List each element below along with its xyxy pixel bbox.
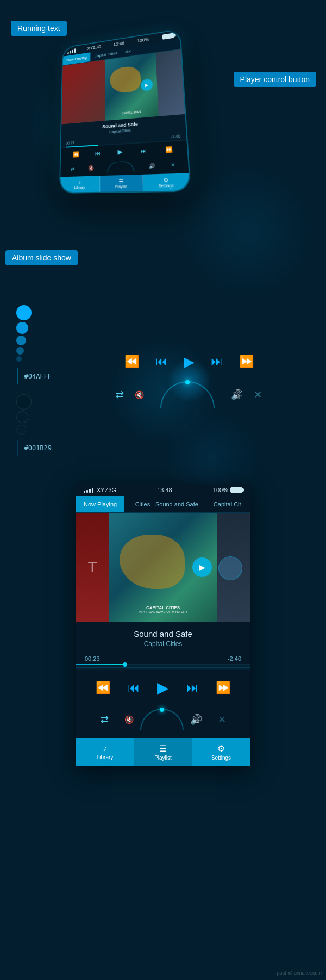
color-label-blue-row: #04AFFF <box>17 368 52 384</box>
fp-tab-artist[interactable]: Capital Cit <box>206 496 249 512</box>
fp-rewind-button[interactable]: ⏪ <box>96 681 110 695</box>
fp-nav-library[interactable]: ♪ Library <box>76 738 134 766</box>
main-controls-row: ⏪ ⏮ ▶ ⏭ ⏩ <box>124 353 254 370</box>
fp-main-controls: ⏪ ⏮ ▶ ⏭ ⏩ <box>76 670 250 705</box>
play-button[interactable]: ▶ <box>118 148 123 156</box>
fp-vol-mute-button[interactable]: 🔇 <box>124 715 134 724</box>
color-hex-blue: #04AFFF <box>24 373 52 380</box>
fp-nav-tabs: ♪ Library ☰ Playlist ⚙ Settings <box>76 738 250 766</box>
fp-progress-bar[interactable] <box>76 664 250 665</box>
prev-ctrl[interactable]: ⏮ <box>155 356 167 368</box>
signal-icon <box>67 48 76 54</box>
rewind-ctrl[interactable]: ⏪ <box>124 356 139 368</box>
next-button[interactable]: ⏭ <box>141 147 147 154</box>
repeat-button[interactable]: ⇄ <box>71 166 74 171</box>
fp-arc-dot <box>160 708 164 712</box>
fp-tab-bar: Now Playing l Cities - Sound and Safe Ca… <box>76 496 250 513</box>
nav-playlist[interactable]: ☰ Playlist <box>100 175 143 192</box>
fp-status-bar: XYZ3G 13:48 100% <box>76 484 250 496</box>
fp-ffwd-button[interactable]: ⏩ <box>216 681 230 695</box>
fp-battery-pct: 100% <box>213 487 228 493</box>
fp-shuffle-button[interactable]: ✕ <box>218 714 226 725</box>
fp-play-overlay-button[interactable]: ▶ <box>192 557 212 577</box>
album-prev[interactable] <box>61 60 105 124</box>
color-label-dark-row: #001B29 <box>17 440 52 456</box>
fp-nav-settings[interactable]: ⚙ Settings <box>192 738 250 766</box>
swatch-dark-3 <box>16 425 26 435</box>
color-hex-dark: #001B29 <box>24 444 52 452</box>
repeat-ctrl[interactable]: ⇄ <box>116 389 124 401</box>
play-ctrl[interactable]: ▶ <box>184 353 195 370</box>
phone-body: XYZ3G 13:48 100% Now Playing Capital Cit… <box>59 29 191 194</box>
fp-song-section: Sound and Safe Capital Cities <box>76 622 250 652</box>
fp-time-row: 00:23 -2.40 <box>76 652 250 664</box>
fp-secondary-controls: ⇄ 🔇 🔊 ✕ <box>76 705 250 738</box>
swatch-blue-3 <box>16 336 26 345</box>
fp-progress-handle[interactable] <box>123 662 127 667</box>
fp-time: 13:48 <box>157 487 172 493</box>
fp-prev-button[interactable]: ⏮ <box>128 681 140 695</box>
fp-arc <box>140 709 184 730</box>
vol-mute-ctrl[interactable]: 🔇 <box>135 390 144 399</box>
fp-play-button[interactable]: ▶ <box>157 679 169 697</box>
full-phone-body: XYZ3G 13:48 100% Now Playing l Cities - … <box>76 484 250 766</box>
vol-high-ctrl[interactable]: 🔊 <box>231 389 243 401</box>
mute-button[interactable]: 🔇 <box>88 165 93 171</box>
full-phone-section: XYZ3G 13:48 100% Now Playing l Cities - … <box>76 484 250 766</box>
album-slideshow-annotation: Album slide show <box>5 250 78 265</box>
swatch-dark-1 <box>16 394 32 410</box>
swatch-dark-2 <box>16 411 28 423</box>
fp-song-title: Sound and Safe <box>85 629 241 638</box>
fp-signal-icon <box>84 488 93 493</box>
blue-swatches <box>16 305 32 362</box>
volume-arc <box>107 161 134 173</box>
vol-high-button[interactable]: 🔊 <box>149 163 155 169</box>
shuffle-button[interactable]: ✕ <box>171 162 175 168</box>
prev-button[interactable]: ⏮ <box>96 150 101 156</box>
library-icon: ♪ <box>78 743 131 753</box>
album-current[interactable]: ▶ <box>105 53 159 121</box>
swatch-blue-2 <box>16 322 28 334</box>
fp-tab-song[interactable]: l Cities - Sound and Safe <box>124 496 206 512</box>
nav-settings[interactable]: ⚙ Settings <box>143 173 190 191</box>
fp-carrier: XYZ3G <box>97 487 116 493</box>
fp-volume-control: 🔇 🔊 <box>124 709 202 730</box>
swatch-row-1 <box>16 305 32 320</box>
nav-tab-bar: ♪ Library ☰ Playlist ⚙ Settings <box>60 173 190 192</box>
nav-library[interactable]: ♪ Library <box>60 176 101 193</box>
fp-volume-bubble <box>218 556 242 580</box>
dark-swatches <box>16 394 32 435</box>
album-next[interactable] <box>155 49 185 116</box>
fp-song-artist: Capital Cities <box>85 640 241 648</box>
volume-arc-ctrl <box>160 381 215 408</box>
shuffle-ctrl[interactable]: ✕ <box>254 389 262 401</box>
fp-nav-playlist-label: Playlist <box>154 755 172 761</box>
rewind-button[interactable]: ⏪ <box>73 151 79 157</box>
ffwd-ctrl[interactable]: ⏩ <box>239 356 254 368</box>
swatch-blue-1 <box>16 305 32 320</box>
fast-forward-button[interactable]: ⏩ <box>165 146 172 152</box>
fp-album-title: CAPITAL CITIES IN A TIDAL WAVE OF MYSTER… <box>139 605 187 613</box>
fp-vol-high-button[interactable]: 🔊 <box>190 714 202 725</box>
fp-time-current: 00:23 <box>85 655 100 662</box>
fp-battery-icon <box>230 487 242 493</box>
fp-nav-library-label: Library <box>97 754 114 760</box>
annotated-phone-section: Running text Player control button Album… <box>0 0 326 315</box>
phone-mockup-tilted: XYZ3G 13:48 100% Now Playing Capital Cit… <box>59 29 191 194</box>
color-palette: #04AFFF #001B29 <box>16 305 52 456</box>
secondary-controls-row: ⇄ 🔇 🔊 ✕ <box>116 381 262 408</box>
fp-nav-settings-label: Settings <box>211 755 231 761</box>
controls-palette-section: #04AFFF #001B29 ⏪ ⏮ ▶ ⏭ ⏩ ⇄ 🔇 <box>0 315 326 446</box>
fp-tab-now-playing[interactable]: Now Playing <box>76 496 124 512</box>
fp-album-prev[interactable]: T <box>76 513 109 622</box>
time-label: 13:48 <box>113 40 124 47</box>
next-ctrl[interactable]: ⏭ <box>211 356 223 368</box>
battery-icon <box>162 33 174 40</box>
fp-time-remaining: -2.40 <box>228 655 241 662</box>
playlist-icon: ☰ <box>136 743 190 754</box>
time-remaining: -2.40 <box>171 134 181 139</box>
fp-repeat-button[interactable]: ⇄ <box>101 714 109 725</box>
carrier-label: XYZ3G <box>87 44 102 51</box>
fp-next-button[interactable]: ⏭ <box>186 681 198 695</box>
fp-nav-playlist[interactable]: ☰ Playlist <box>134 738 192 766</box>
